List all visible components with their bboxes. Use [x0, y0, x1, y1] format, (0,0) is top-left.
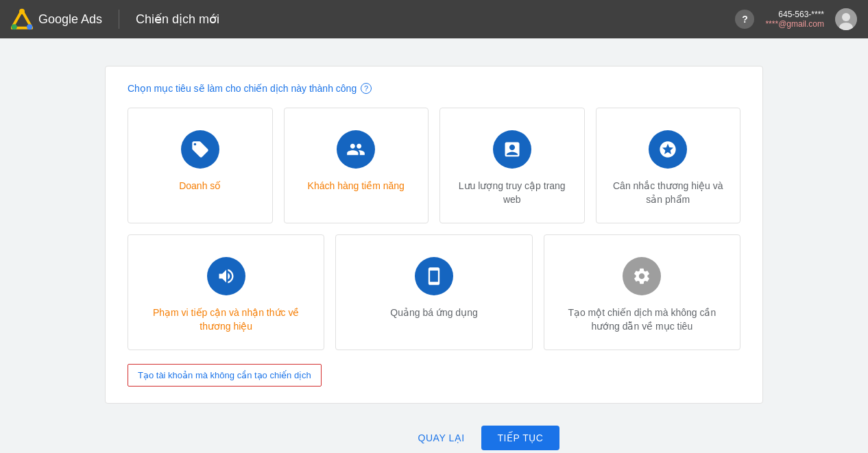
back-button[interactable]: QUAY LẠI: [418, 432, 465, 443]
main-content: Chọn mục tiêu sẽ làm cho chiến dịch này …: [0, 38, 868, 453]
account-info: 645-563-**** ****@gmail.com: [765, 10, 824, 29]
goal-icon-traffic: [493, 130, 531, 169]
goal-icon-leads: [337, 130, 375, 169]
svg-point-2: [27, 24, 32, 29]
goal-card-sales[interactable]: Doanh số: [128, 108, 273, 223]
goal-icon-sales: [181, 130, 219, 169]
card-container: Chọn mục tiêu sẽ làm cho chiến dịch này …: [105, 66, 763, 404]
goal-label-leads: Khách hàng tiềm năng: [308, 180, 405, 193]
goal-icon-awareness: [207, 257, 245, 295]
svg-point-5: [842, 13, 850, 21]
goal-label-brand: Cân nhắc thương hiệu và sản phẩm: [607, 180, 730, 206]
section-title-text: Chọn mục tiêu sẽ làm cho chiến dịch này …: [128, 83, 357, 94]
section-help-icon[interactable]: ?: [361, 83, 372, 94]
goal-icon-app: [415, 257, 453, 295]
goal-card-app[interactable]: Quảng bá ứng dụng: [335, 234, 532, 350]
goal-card-traffic[interactable]: Lưu lượng truy cập trang web: [439, 108, 585, 223]
google-ads-logo-icon: [11, 8, 33, 30]
goal-card-awareness[interactable]: Phạm vi tiếp cận và nhận thức về thương …: [128, 234, 324, 350]
header-right: ? 645-563-**** ****@gmail.com: [735, 8, 857, 30]
goal-icon-brand: [649, 130, 687, 169]
goal-label-sales: Doanh số: [179, 180, 221, 193]
header-divider: [119, 10, 119, 29]
goals-row2: Phạm vi tiếp cận và nhận thức về thương …: [128, 234, 740, 350]
continue-button[interactable]: TIẾP TỤC: [481, 426, 560, 450]
no-campaign-link-wrapper: Tạo tài khoản mà không cần tạo chiến dịc…: [128, 364, 740, 387]
bottom-actions: QUAY LẠI TIẾP TỤC: [418, 426, 560, 450]
google-ads-logo: Google Ads: [11, 8, 102, 30]
header-left: Google Ads Chiến dịch mới: [11, 8, 219, 30]
goal-card-no-goal[interactable]: Tạo một chiến dịch mà không cần hướng dẫ…: [544, 234, 740, 350]
account-email: ****@gmail.com: [765, 19, 824, 29]
help-icon[interactable]: ?: [735, 10, 754, 29]
header: Google Ads Chiến dịch mới ? 645-563-****…: [0, 0, 868, 38]
goal-icon-no-goal: [623, 257, 661, 295]
header-title: Chiến dịch mới: [136, 12, 219, 27]
goal-label-app: Quảng bá ứng dụng: [390, 306, 477, 320]
goal-card-leads[interactable]: Khách hàng tiềm năng: [284, 108, 429, 223]
account-number: 645-563-****: [765, 10, 824, 19]
section-title: Chọn mục tiêu sẽ làm cho chiến dịch này …: [128, 83, 740, 94]
svg-point-3: [19, 9, 25, 14]
goal-label-no-goal: Tạo một chiến dịch mà không cần hướng dẫ…: [555, 306, 729, 333]
svg-point-1: [12, 24, 17, 29]
goal-label-awareness: Phạm vi tiếp cận và nhận thức về thương …: [139, 306, 313, 333]
goals-row1: Doanh số Khách hàng tiềm năng Lưu lượng …: [128, 108, 740, 223]
goal-card-brand[interactable]: Cân nhắc thương hiệu và sản phẩm: [596, 108, 741, 223]
no-campaign-link[interactable]: Tạo tài khoản mà không cần tạo chiến dịc…: [128, 364, 322, 387]
goal-label-traffic: Lưu lượng truy cập trang web: [451, 180, 573, 206]
avatar[interactable]: [835, 8, 857, 30]
header-brand: Google Ads: [38, 12, 102, 27]
